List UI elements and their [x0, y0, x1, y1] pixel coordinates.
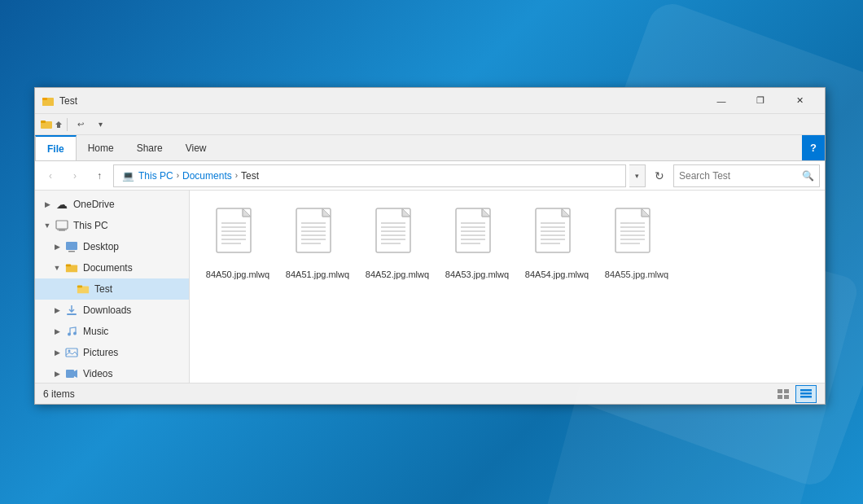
search-icon[interactable]: 🔍 — [802, 170, 814, 182]
videos-icon — [64, 366, 79, 381]
item-count: 6 items — [43, 388, 773, 400]
undo-button[interactable]: ↩ — [72, 116, 90, 134]
toggle-icon: ▶ — [51, 326, 63, 337]
ribbon: File Home Share View ? — [35, 135, 825, 161]
window-icon — [42, 94, 55, 107]
svg-point-18 — [68, 350, 71, 353]
window-title: Test — [59, 95, 703, 107]
sidebar-item-videos[interactable]: ▶ Videos — [35, 363, 189, 383]
file-name: 84A54.jpg.mlwq — [525, 269, 589, 280]
sidebar: ▶ ☁ OneDrive ▼ This PC ▶ — [35, 191, 190, 383]
desktop-icon — [64, 239, 79, 254]
file-icon — [531, 207, 583, 265]
quick-access-chevron[interactable]: ▾ — [91, 116, 109, 134]
file-item[interactable]: 84A50.jpg.mlwq — [201, 202, 274, 285]
toggle-icon: ▼ — [51, 262, 63, 274]
music-icon — [64, 324, 79, 339]
pin-icon — [55, 121, 63, 129]
svg-rect-4 — [41, 121, 46, 123]
svg-rect-89 — [800, 392, 812, 395]
file-icon — [611, 207, 663, 265]
toggle-icon — [63, 283, 74, 295]
svg-rect-1 — [42, 99, 54, 106]
sidebar-item-onedrive[interactable]: ▶ ☁ OneDrive — [35, 194, 189, 215]
back-button[interactable]: ‹ — [40, 165, 61, 186]
sidebar-item-desktop[interactable]: ▶ Desktop — [35, 236, 189, 257]
address-box[interactable]: 💻 This PC › Documents › Test — [113, 164, 626, 187]
address-dropdown[interactable]: ▾ — [629, 164, 646, 187]
sidebar-item-thispc[interactable]: ▼ This PC — [35, 215, 189, 236]
tile-view-button[interactable] — [795, 385, 817, 403]
file-explorer-window: Test — ❐ ✕ ↩ ▾ File Home Share View ? — [34, 87, 826, 405]
tab-share[interactable]: Share — [125, 135, 174, 160]
sidebar-label-music: Music — [83, 326, 108, 337]
file-name: 84A52.jpg.mlwq — [366, 269, 429, 280]
minimize-button[interactable]: — — [703, 88, 740, 114]
restore-button[interactable]: ❐ — [742, 88, 779, 114]
breadcrumb-sep2: › — [232, 171, 241, 180]
pictures-icon — [64, 345, 79, 360]
svg-rect-5 — [56, 221, 68, 229]
address-bar: ‹ › ↑ 💻 This PC › Documents › Test ▾ ↻ 🔍 — [35, 161, 825, 191]
toggle-icon: ▶ — [51, 241, 63, 252]
sidebar-label-thispc: This PC — [73, 220, 108, 231]
ribbon-spacer — [218, 135, 802, 160]
sidebar-label-downloads: Downloads — [83, 305, 131, 316]
toolbar-separator — [67, 118, 68, 131]
breadcrumb-sep1: › — [173, 171, 182, 180]
main-area: ▶ ☁ OneDrive ▼ This PC ▶ — [35, 191, 825, 383]
tab-home[interactable]: Home — [77, 135, 125, 160]
refresh-button[interactable]: ↻ — [649, 165, 670, 186]
toggle-icon: ▼ — [42, 220, 53, 231]
svg-rect-88 — [800, 389, 812, 392]
toggle-icon: ▶ — [51, 368, 63, 379]
file-item[interactable]: 84A52.jpg.mlwq — [361, 202, 434, 285]
file-icon — [212, 207, 264, 265]
test-folder-icon — [76, 282, 90, 296]
forward-button[interactable]: › — [64, 165, 85, 186]
svg-rect-85 — [784, 389, 789, 393]
svg-point-16 — [73, 332, 77, 335]
svg-rect-9 — [68, 251, 75, 252]
sidebar-label-pictures: Pictures — [83, 347, 118, 358]
onedrive-icon: ☁ — [55, 197, 69, 212]
breadcrumb-thispc[interactable]: This PC — [138, 170, 173, 182]
files-grid: 84A50.jpg.mlwq — [198, 199, 817, 288]
search-box[interactable]: 🔍 — [673, 164, 820, 187]
search-input[interactable] — [679, 170, 802, 182]
sidebar-item-documents[interactable]: ▼ Documents — [35, 257, 189, 278]
help-button[interactable]: ? — [802, 135, 825, 160]
sidebar-item-test[interactable]: Test — [35, 278, 189, 300]
file-item[interactable]: 84A55.jpg.mlwq — [600, 202, 673, 285]
list-view-button[interactable] — [773, 385, 794, 403]
toggle-icon: ▶ — [42, 199, 53, 210]
file-icon — [291, 207, 344, 265]
file-name: 84A51.jpg.mlwq — [286, 269, 349, 280]
svg-rect-90 — [800, 396, 812, 398]
svg-rect-87 — [784, 395, 789, 399]
file-item[interactable]: 84A53.jpg.mlwq — [440, 202, 514, 285]
sidebar-item-pictures[interactable]: ▶ Pictures — [35, 342, 189, 363]
sidebar-item-music[interactable]: ▶ Music — [35, 321, 189, 342]
tab-file[interactable]: File — [35, 135, 77, 160]
quick-access-toolbar: ↩ ▾ — [35, 114, 825, 135]
view-toggle — [773, 385, 817, 403]
file-item[interactable]: 84A54.jpg.mlwq — [520, 202, 594, 285]
file-area: 84A50.jpg.mlwq — [190, 191, 825, 383]
tab-view[interactable]: View — [174, 135, 218, 160]
sidebar-label-documents: Documents — [83, 262, 133, 274]
breadcrumb-documents[interactable]: Documents — [182, 170, 232, 182]
file-item[interactable]: 84A51.jpg.mlwq — [281, 202, 354, 285]
toggle-icon: ▶ — [51, 305, 63, 316]
up-button[interactable]: ↑ — [89, 165, 110, 186]
documents-icon — [64, 261, 79, 275]
title-bar: Test — ❐ ✕ — [35, 88, 825, 114]
sidebar-item-downloads[interactable]: ▶ Downloads — [35, 300, 189, 321]
svg-rect-84 — [778, 389, 782, 393]
svg-rect-19 — [66, 370, 74, 378]
close-button[interactable]: ✕ — [781, 88, 818, 114]
sidebar-label-desktop: Desktop — [83, 241, 119, 252]
address-pc-icon: 💻 — [120, 169, 135, 183]
breadcrumb-test: Test — [241, 170, 259, 182]
svg-rect-2 — [42, 98, 47, 100]
